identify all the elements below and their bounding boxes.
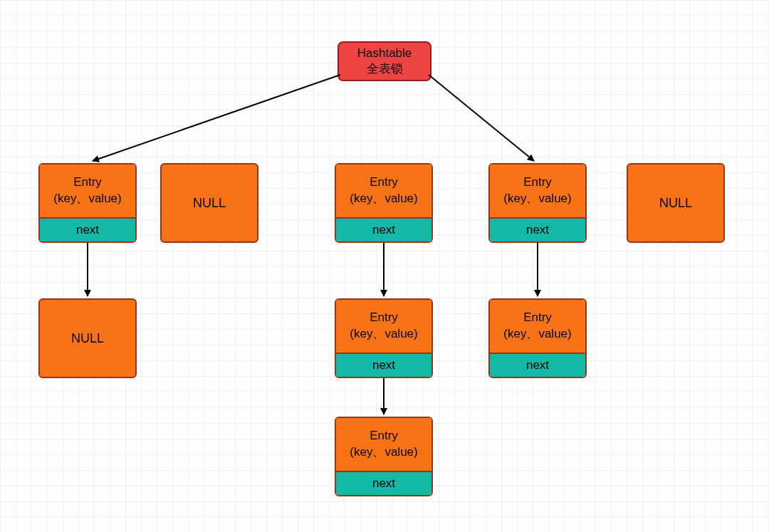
bucket-3-entry: Entry (key、value) next [488,163,587,243]
bucket-2-body: Entry (key、value) [336,165,431,217]
bucket-2-title: Entry [370,174,398,191]
bucket-3-body: Entry (key、value) [490,165,585,217]
bucket-0-entry: Entry (key、value) next [38,163,137,243]
chain-2-1-next: next [336,353,431,377]
bucket-0-kv: (key、value) [53,191,121,207]
bucket-4-label: NULL [659,196,692,211]
bucket-2-kv: (key、value) [350,191,417,207]
bucket-1-null: NULL [160,163,258,243]
root-node: Hashtable 全表锁 [338,41,431,81]
chain-3-1-kv: (key、value) [503,326,571,343]
chain-3-1-body: Entry (key、value) [490,300,585,353]
chain-3-1-entry: Entry (key、value) next [488,298,587,378]
arrow-root-bucket0 [93,75,340,161]
bucket-0-body: Entry (key、value) [40,165,135,217]
arrow-root-bucket3 [429,75,534,161]
chain-2-1-kv: (key、value) [350,326,417,343]
chain-2-2-body: Entry (key、value) [336,418,431,471]
chain-2-1-entry: Entry (key、value) next [335,298,433,378]
chain-3-1-title: Entry [523,310,552,326]
root-subtitle: 全表锁 [367,61,403,77]
root-title: Hashtable [357,46,412,61]
bucket-3-title: Entry [523,174,552,191]
chain-2-1-title: Entry [370,310,398,326]
bucket-4-null: NULL [627,163,725,243]
bucket-2-entry: Entry (key、value) next [335,163,433,243]
chain-2-1-body: Entry (key、value) [336,300,431,353]
chain-0-1-label: NULL [71,331,104,346]
bucket-1-label: NULL [193,196,226,211]
bucket-2-next: next [336,217,431,241]
chain-2-2-kv: (key、value) [350,444,417,461]
chain-2-2-next: next [336,471,431,495]
bucket-3-kv: (key、value) [503,191,571,207]
chain-0-1-null: NULL [38,298,137,378]
bucket-0-title: Entry [73,174,102,191]
chain-2-2-title: Entry [370,428,398,444]
chain-2-2-entry: Entry (key、value) next [335,417,433,496]
bucket-3-next: next [490,217,585,241]
bucket-0-next: next [40,217,135,241]
chain-3-1-next: next [490,353,585,377]
